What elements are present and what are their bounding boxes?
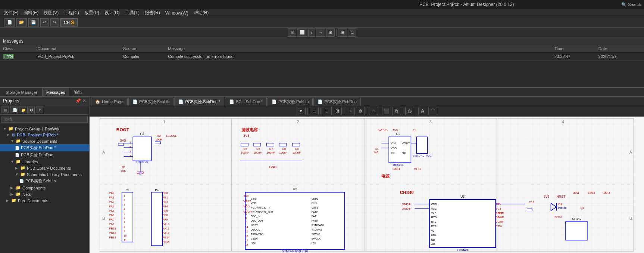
tb2-btn4[interactable]: ↔ <box>316 28 325 37</box>
svg-text:6: 6 <box>124 216 125 219</box>
svg-text:VIN: VIN <box>391 142 396 145</box>
sch-rect-btn[interactable]: □ <box>323 107 332 115</box>
tb2-btn5[interactable]: ⊞ <box>326 28 335 37</box>
svg-text:14: 14 <box>245 226 248 228</box>
toolbar-new-btn[interactable]: 📄 <box>4 18 15 27</box>
menu-place[interactable]: 放置(P) <box>82 9 101 17</box>
tb2-btn1[interactable]: ⊞ <box>288 28 296 37</box>
tree-source-docs[interactable]: ▼ 📁 Source Documents <box>0 138 89 144</box>
svg-text:U2: U2 <box>293 187 297 191</box>
expand-icon2: ▼ <box>6 133 10 137</box>
tree-schdoc[interactable]: 📄 PCB实验.SchDoc * <box>0 144 89 151</box>
svg-text:C9: C9 <box>295 147 299 151</box>
toolbar-open-btn[interactable]: 📂 <box>16 18 27 27</box>
tree-schlib[interactable]: 📄 PCB实验.SchLib <box>0 178 89 185</box>
svg-text:3V3: 3V3 <box>573 191 579 195</box>
tb2-btn7[interactable]: ⊡ <box>348 28 356 37</box>
home-icon: 🏠 <box>95 99 100 104</box>
sch-arc-btn[interactable]: ⌒ <box>428 107 437 115</box>
svg-text:CE: CE <box>391 151 395 155</box>
svg-text:PA11: PA11 <box>162 227 169 230</box>
menu-view[interactable]: 视图(V) <box>41 9 61 17</box>
tb2-btn2[interactable]: ⬜ <box>297 28 307 37</box>
tree-pcb-project[interactable]: ▼ 🖥 PCB_Project.PrjPcb * <box>0 132 89 138</box>
tab-sch-schdoc[interactable]: 📄 SCH.SchDoc * <box>225 98 267 106</box>
menu-reports[interactable]: 报告(R) <box>143 9 162 17</box>
message-row[interactable]: [Info] PCB_Project.PrjPcb Compiler Compi… <box>0 52 644 61</box>
toolbar-redo-btn[interactable]: ↪ <box>50 18 59 27</box>
svg-text:D3→: D3→ <box>495 216 501 219</box>
tab-pcblib[interactable]: 📄 PCB实验.PcbLib <box>268 98 313 106</box>
search-icon: 🔍 <box>621 2 626 7</box>
svg-text:滤波电容: 滤波电容 <box>241 127 258 132</box>
tree-project-group[interactable]: ▼ 📁 Project Group 1.DsnWrk <box>0 126 89 132</box>
svg-text:9: 9 <box>124 230 125 232</box>
menu-edit[interactable]: 编辑(E) <box>21 9 41 17</box>
sidebar-toolbar-btn2[interactable]: 📄 <box>10 107 18 113</box>
tab-home-label: Home Page <box>102 99 124 104</box>
sch-text-btn[interactable]: A <box>418 107 427 115</box>
menu-help[interactable]: 帮助(H) <box>191 9 211 17</box>
sidebar-toolbar-btn3[interactable]: 📁 <box>19 107 26 113</box>
tab-home-page[interactable]: 🏠 Home Page <box>91 98 128 106</box>
tab-schlib[interactable]: 📄 PCB实验.SchLib <box>128 98 173 106</box>
tb2-btn6[interactable]: ▣ <box>338 28 347 37</box>
sch-filter-btn[interactable]: ▼ <box>297 107 306 115</box>
svg-text:VSS2: VSS2 <box>312 206 318 209</box>
schematic-canvas[interactable]: 1 2 3 4 A B A B BOOT P2 Tracer J2 <box>90 117 644 253</box>
sch-wire-btn[interactable]: ≡ <box>346 107 355 115</box>
tree-components[interactable]: ▶ 📁 Components <box>0 185 89 191</box>
menu-window[interactable]: Window(W) <box>163 10 191 16</box>
tree-nets[interactable]: ▶ 📁 Nets <box>0 191 89 197</box>
sch-add-btn[interactable]: + <box>310 107 319 115</box>
sidebar-toolbar-btn1[interactable]: ⊞ <box>1 107 9 113</box>
svg-text:B: B <box>629 216 632 220</box>
svg-text:NC: NC <box>402 151 406 155</box>
sch-ic-btn[interactable]: ⬛ <box>382 107 391 115</box>
sch-bus-btn[interactable]: ⊞ <box>333 107 342 115</box>
col-time: Time <box>551 45 595 52</box>
svg-text:17: 17 <box>245 239 248 241</box>
tab-schdoc[interactable]: 📄 PCB实验.SchDoc * <box>174 98 224 106</box>
sch-junction-btn[interactable]: ⊕ <box>356 107 365 115</box>
tb2-btn3[interactable]: ↕ <box>308 28 316 37</box>
tab-pcbdoc[interactable]: 📄 PCB实验.PcbDoc <box>313 98 360 106</box>
tab-schlib-label: PCB实验.SchLib <box>139 99 169 105</box>
sidebar-close-icon[interactable]: ✕ <box>82 98 86 104</box>
tree-free-docs[interactable]: ▶ 📁 Free Documents <box>0 197 89 204</box>
tree-pcbdoc[interactable]: 📄 PCB实验.PcbDoc <box>0 151 89 158</box>
sch-power-btn[interactable]: ◎ <box>405 107 414 115</box>
svg-text:VSS: VSS <box>391 146 397 150</box>
tree-pcb-lib-docs[interactable]: ▶ 📁 PCB Library Documents <box>0 165 89 171</box>
tree-sch-lib-docs[interactable]: ▼ 📁 Schematic Library Documents <box>0 171 89 178</box>
tab-messages[interactable]: Messages <box>42 89 69 96</box>
svg-text:PB15: PB15 <box>162 240 170 243</box>
svg-text:PA0: PA0 <box>109 191 115 195</box>
svg-text:NRST: NRST <box>554 215 563 219</box>
tab-storage-manager[interactable]: Storage Manager <box>1 89 41 96</box>
sidebar-toolbar-btn5[interactable]: ⚙ <box>36 107 43 113</box>
menu-project[interactable]: 工程(C) <box>62 9 81 17</box>
search-input[interactable] <box>1 116 88 123</box>
sch-pin-btn[interactable]: ⊣ <box>369 107 378 115</box>
tab-output[interactable]: 输出 <box>70 88 86 96</box>
menu-file[interactable]: 文件(F) <box>1 9 21 17</box>
toolbar-save-btn[interactable]: 💾 <box>28 18 39 27</box>
msg-message: Compile successful, no errors found. <box>165 52 551 61</box>
sidebar-toolbar-btn4[interactable]: ⚙ <box>27 107 35 113</box>
tree-libraries[interactable]: ▼ 📁 Libraries <box>0 158 89 165</box>
sch-copy-btn[interactable]: ⧉ <box>392 107 401 115</box>
menu-tools[interactable]: 工具(T) <box>123 9 142 17</box>
svg-text:PA12: PA12 <box>162 231 169 235</box>
language-button[interactable]: CH S <box>60 18 78 27</box>
svg-text:100R: 100R <box>155 138 162 141</box>
sch-lib-docs-label: Schematic Library Documents <box>27 172 82 177</box>
svg-text:GND⊕: GND⊕ <box>402 203 411 206</box>
svg-text:5: 5 <box>124 212 125 215</box>
sidebar-pin-icon[interactable]: 📌 <box>75 98 81 104</box>
menu-design[interactable]: 设计(D) <box>102 9 122 17</box>
svg-text:VDD: VDD <box>251 202 256 204</box>
toolbar-undo-btn[interactable]: ↩ <box>40 18 49 27</box>
svg-text:ME6211: ME6211 <box>393 163 403 167</box>
svg-text:XO: XO <box>431 243 435 245</box>
